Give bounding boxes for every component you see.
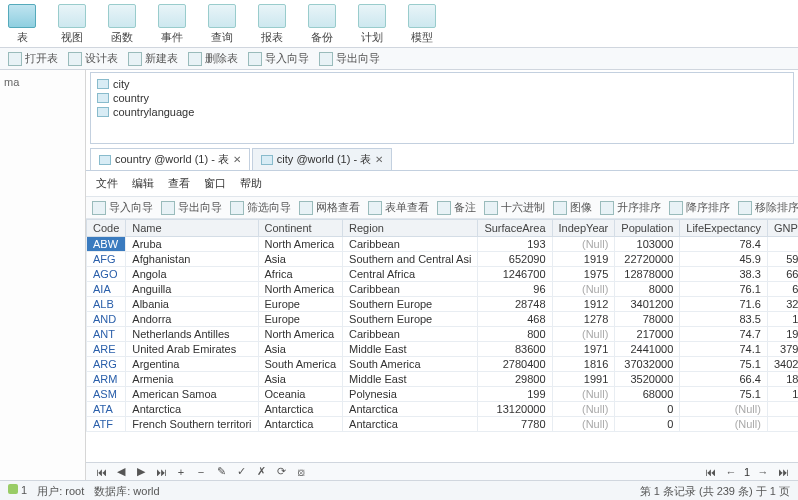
cell-Code[interactable]: ANT	[87, 327, 126, 342]
cell-Continent[interactable]: North America	[258, 282, 343, 297]
nav-prev[interactable]: ◀	[114, 465, 128, 478]
cell-LifeExpectancy[interactable]: 83.5	[680, 312, 768, 327]
nav-cancel[interactable]: ✗	[254, 465, 268, 478]
menu-编辑[interactable]: 编辑	[132, 176, 154, 191]
cell-GNP[interactable]: 1	[767, 312, 798, 327]
cell-SurfaceArea[interactable]: 2780400	[478, 357, 552, 372]
cell-IndepYear[interactable]: 1975	[552, 267, 615, 282]
cell-Code[interactable]: ATF	[87, 417, 126, 432]
cell-Code[interactable]: AGO	[87, 267, 126, 282]
cell-Population[interactable]: 0	[615, 417, 680, 432]
cell-Name[interactable]: Albania	[126, 297, 258, 312]
cell-Region[interactable]: Southern and Central Asi	[343, 252, 478, 267]
cell-Region[interactable]: Middle East	[343, 342, 478, 357]
cell-Name[interactable]: French Southern territori	[126, 417, 258, 432]
cell-GNP[interactable]: 3402	[767, 357, 798, 372]
cell-Continent[interactable]: Europe	[258, 297, 343, 312]
col-Population[interactable]: Population	[615, 220, 680, 237]
table-row[interactable]: ASMAmerican SamoaOceaniaPolynesia199(Nul…	[87, 387, 799, 402]
cell-Name[interactable]: Andorra	[126, 312, 258, 327]
cell-IndepYear[interactable]: (Null)	[552, 417, 615, 432]
col-Name[interactable]: Name	[126, 220, 258, 237]
cell-Region[interactable]: Antarctica	[343, 402, 478, 417]
col-LifeExpectancy[interactable]: LifeExpectancy	[680, 220, 768, 237]
cell-Population[interactable]: 3520000	[615, 372, 680, 387]
cell-Population[interactable]: 22720000	[615, 252, 680, 267]
cell-Name[interactable]: Aruba	[126, 237, 258, 252]
gridtool-移除排序[interactable]: 移除排序	[738, 200, 798, 215]
cell-GNP[interactable]	[767, 417, 798, 432]
cell-Name[interactable]: Netherlands Antilles	[126, 327, 258, 342]
cell-IndepYear[interactable]: 1991	[552, 372, 615, 387]
cell-Population[interactable]: 217000	[615, 327, 680, 342]
cell-SurfaceArea[interactable]: 29800	[478, 372, 552, 387]
cell-Continent[interactable]: Asia	[258, 252, 343, 267]
table-row[interactable]: AIAAnguillaNorth AmericaCaribbean96(Null…	[87, 282, 799, 297]
nav-edit[interactable]: ✎	[214, 465, 228, 478]
table-row[interactable]: ANDAndorraEuropeSouthern Europe468127878…	[87, 312, 799, 327]
cell-Population[interactable]: 37032000	[615, 357, 680, 372]
col-GNP[interactable]: GNP	[767, 220, 798, 237]
gridtool-导入向导[interactable]: 导入向导	[92, 200, 153, 215]
cell-Population[interactable]: 12878000	[615, 267, 680, 282]
cell-LifeExpectancy[interactable]: 76.1	[680, 282, 768, 297]
gridtool-图像[interactable]: 图像	[553, 200, 592, 215]
ribbon-函数[interactable]: 函数	[108, 4, 136, 45]
cell-Code[interactable]: ALB	[87, 297, 126, 312]
table-item[interactable]: city	[97, 77, 787, 91]
cell-Code[interactable]: ATA	[87, 402, 126, 417]
cell-Continent[interactable]: South America	[258, 357, 343, 372]
cell-Population[interactable]: 103000	[615, 237, 680, 252]
cell-Population[interactable]: 78000	[615, 312, 680, 327]
gridtool-十六进制[interactable]: 十六进制	[484, 200, 545, 215]
close-icon[interactable]: ✕	[233, 154, 241, 165]
cell-Name[interactable]: Angola	[126, 267, 258, 282]
nav-next[interactable]: ▶	[134, 465, 148, 478]
nav-add[interactable]: +	[174, 466, 188, 478]
cell-Continent[interactable]: Antarctica	[258, 417, 343, 432]
cell-Code[interactable]: ASM	[87, 387, 126, 402]
tool-导出向导[interactable]: 导出向导	[319, 51, 380, 66]
tool-打开表[interactable]: 打开表	[8, 51, 58, 66]
cell-GNP[interactable]	[767, 237, 798, 252]
col-SurfaceArea[interactable]: SurfaceArea	[478, 220, 552, 237]
col-IndepYear[interactable]: IndepYear	[552, 220, 615, 237]
cell-SurfaceArea[interactable]: 1246700	[478, 267, 552, 282]
page-last[interactable]: ⏭	[776, 466, 790, 478]
cell-Code[interactable]: AIA	[87, 282, 126, 297]
cell-SurfaceArea[interactable]: 7780	[478, 417, 552, 432]
cell-Region[interactable]: Middle East	[343, 372, 478, 387]
gridtool-筛选向导[interactable]: 筛选向导	[230, 200, 291, 215]
cell-IndepYear[interactable]: (Null)	[552, 327, 615, 342]
table-row[interactable]: ATFFrench Southern territoriAntarcticaAn…	[87, 417, 799, 432]
table-item[interactable]: country	[97, 91, 787, 105]
ribbon-模型[interactable]: 模型	[408, 4, 436, 45]
cell-Population[interactable]: 0	[615, 402, 680, 417]
col-Region[interactable]: Region	[343, 220, 478, 237]
data-grid[interactable]: CodeNameContinentRegionSurfaceAreaIndepY…	[86, 219, 798, 462]
cell-LifeExpectancy[interactable]: 74.7	[680, 327, 768, 342]
menu-帮助[interactable]: 帮助	[240, 176, 262, 191]
cell-Continent[interactable]: Europe	[258, 312, 343, 327]
ribbon-表[interactable]: 表	[8, 4, 36, 45]
cell-SurfaceArea[interactable]: 13120000	[478, 402, 552, 417]
cell-Region[interactable]: Antarctica	[343, 417, 478, 432]
cell-LifeExpectancy[interactable]: 71.6	[680, 297, 768, 312]
cell-LifeExpectancy[interactable]: 45.9	[680, 252, 768, 267]
cell-Continent[interactable]: Asia	[258, 372, 343, 387]
menu-文件[interactable]: 文件	[96, 176, 118, 191]
ribbon-计划[interactable]: 计划	[358, 4, 386, 45]
cell-Name[interactable]: Argentina	[126, 357, 258, 372]
table-row[interactable]: ATAAntarcticaAntarcticaAntarctica1312000…	[87, 402, 799, 417]
cell-IndepYear[interactable]: 1912	[552, 297, 615, 312]
table-row[interactable]: ALBAlbaniaEuropeSouthern Europe287481912…	[87, 297, 799, 312]
gridtool-升序排序[interactable]: 升序排序	[600, 200, 661, 215]
cell-GNP[interactable]: 32	[767, 297, 798, 312]
cell-LifeExpectancy[interactable]: (Null)	[680, 402, 768, 417]
col-Continent[interactable]: Continent	[258, 220, 343, 237]
cell-Code[interactable]: AFG	[87, 252, 126, 267]
cell-Code[interactable]: ARE	[87, 342, 126, 357]
cell-Name[interactable]: American Samoa	[126, 387, 258, 402]
cell-Name[interactable]: United Arab Emirates	[126, 342, 258, 357]
cell-SurfaceArea[interactable]: 652090	[478, 252, 552, 267]
